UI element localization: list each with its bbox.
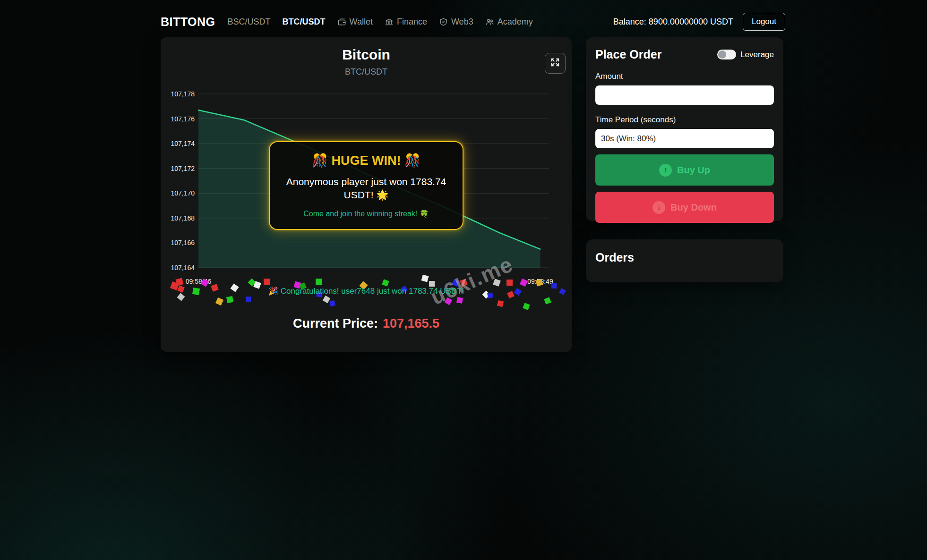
amount-label: Amount	[595, 72, 774, 81]
svg-text:09:58:49: 09:58:49	[527, 278, 553, 285]
arrow-down-circle-icon: ↓	[652, 201, 665, 214]
confetti-piece	[246, 297, 251, 302]
confetti-piece	[456, 297, 463, 304]
svg-text:107,176: 107,176	[171, 115, 195, 123]
svg-text:107,170: 107,170	[171, 189, 195, 197]
svg-text:107,178: 107,178	[171, 90, 195, 98]
svg-text:107,166: 107,166	[171, 239, 195, 246]
huge-win-popup: 🎊 HUGE WIN! 🎊 Anonymous player just won …	[269, 141, 464, 230]
buy-down-label: Buy Down	[670, 202, 717, 213]
svg-text:09:58:46: 09:58:46	[186, 278, 212, 285]
page-root: BITTONG BSC/USDTBTC/USDTWalletFinanceWeb…	[0, 0, 927, 560]
orders-title: Orders	[595, 251, 774, 264]
buy-down-button[interactable]: ↓ Buy Down	[595, 192, 774, 223]
nav-item-label: Wallet	[350, 17, 373, 27]
orders-panel: Orders	[586, 239, 783, 282]
current-price-value: 107,165.5	[383, 316, 439, 331]
chart-card: Bitcoin BTC/USDT 107,178107,176107,17410…	[161, 37, 572, 352]
svg-text:107,164: 107,164	[171, 264, 195, 272]
huge-win-title: 🎊 HUGE WIN! 🎊	[312, 153, 420, 168]
chart-header: Bitcoin BTC/USDT	[161, 37, 572, 77]
nav-item-finance[interactable]: Finance	[385, 17, 427, 27]
bank-icon	[385, 17, 394, 26]
huge-win-message: Anonymous player just won 1783.74 USDT! …	[286, 175, 446, 202]
place-order-title: Place Order	[595, 48, 661, 61]
place-order-header: Place Order Leverage	[595, 48, 774, 61]
main-nav: BSC/USDTBTC/USDTWalletFinanceWeb3Academy	[228, 17, 533, 27]
current-price-row: Current Price:107,165.5	[161, 316, 572, 331]
nav-item-web3[interactable]: Web3	[439, 17, 473, 27]
confetti-piece	[329, 300, 335, 306]
winner-ticker: 🎉 Congratulations! user7648 just won 178…	[161, 286, 572, 296]
nav-item-academy[interactable]: Academy	[485, 17, 533, 27]
nav-item-label: Academy	[498, 17, 533, 27]
confetti-piece	[523, 303, 530, 310]
time-period-select[interactable]: 30s (Win: 80%)	[595, 129, 774, 148]
place-order-panel: Place Order Leverage Amount Time Period …	[586, 37, 783, 221]
current-price-label: Current Price:	[293, 316, 378, 331]
confetti-piece	[215, 297, 223, 305]
wallet-icon	[337, 17, 346, 26]
huge-win-cta: Come and join the winning streak! 🍀	[303, 209, 429, 218]
leverage-toggle[interactable]	[717, 50, 736, 59]
logout-button[interactable]: Logout	[743, 13, 785, 31]
top-bar: BITTONG BSC/USDTBTC/USDTWalletFinanceWeb…	[161, 10, 785, 33]
confetti-piece	[544, 297, 551, 304]
toggle-knob	[718, 51, 726, 59]
nav-item-label: Finance	[397, 17, 427, 27]
expand-icon	[550, 57, 560, 69]
buy-up-label: Buy Up	[677, 165, 710, 176]
confetti-piece	[226, 296, 233, 303]
nav-item-btc-usdt[interactable]: BTC/USDT	[283, 17, 326, 27]
confetti-piece	[497, 300, 504, 307]
svg-text:107,172: 107,172	[171, 165, 195, 172]
nav-item-label: Web3	[451, 17, 473, 27]
leverage-label: Leverage	[740, 50, 774, 59]
buy-up-button[interactable]: ↑ Buy Up	[595, 154, 774, 186]
nav-item-label: BTC/USDT	[283, 17, 326, 27]
confetti-piece	[445, 297, 452, 305]
svg-text:107,168: 107,168	[171, 214, 195, 222]
leverage-row: Leverage	[717, 50, 774, 59]
balance-text: Balance: 8900.00000000 USDT	[613, 17, 733, 27]
nav-item-wallet[interactable]: Wallet	[337, 17, 373, 27]
amount-input[interactable]	[595, 85, 774, 105]
confetti-piece	[323, 296, 330, 303]
chart-subtitle: BTC/USDT	[161, 67, 572, 77]
arrow-up-circle-icon: ↑	[659, 164, 672, 177]
brand-logo[interactable]: BITTONG	[161, 15, 215, 29]
nav-item-label: BSC/USDT	[228, 17, 271, 27]
time-period-label: Time Period (seconds)	[595, 115, 774, 125]
chart-title: Bitcoin	[161, 47, 572, 63]
people-icon	[485, 17, 494, 26]
svg-text:107,174: 107,174	[171, 140, 195, 147]
nav-item-bsc-usdt[interactable]: BSC/USDT	[228, 17, 271, 27]
shield-icon	[439, 17, 448, 26]
fullscreen-button[interactable]	[545, 53, 566, 74]
